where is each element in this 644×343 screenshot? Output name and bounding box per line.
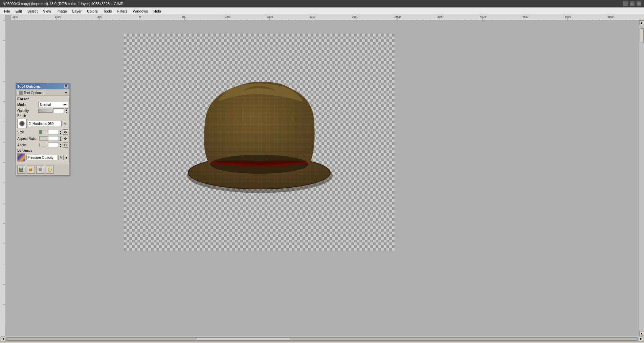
canvas-container[interactable] — [124, 34, 395, 251]
size-up[interactable]: ▲ — [59, 130, 62, 132]
vscroll-up-button[interactable]: ▲ — [639, 20, 644, 25]
menu-view[interactable]: View — [40, 8, 54, 14]
brush-edit-button[interactable]: ✎ — [63, 121, 68, 126]
panel-titlebar[interactable]: Tool Options ✕ — [16, 83, 69, 89]
size-slider[interactable] — [39, 130, 48, 134]
size-down[interactable]: ▼ — [59, 132, 62, 135]
panel-tab[interactable]: Tool Options — [17, 90, 45, 95]
vscroll-thumb[interactable] — [640, 28, 644, 42]
dynamics-edit-button[interactable]: ✎ — [58, 155, 64, 160]
ruler-top — [11, 15, 644, 20]
section-title: Eraser — [17, 97, 68, 101]
panel-close-button[interactable]: ✕ — [64, 84, 68, 88]
svg-rect-19 — [39, 169, 42, 171]
svg-marker-22 — [51, 169, 52, 170]
brush-circle — [19, 121, 25, 127]
opacity-slider-track[interactable] — [38, 109, 52, 113]
ruler-left — [0, 20, 5, 336]
angle-spinner[interactable]: ▲ ▼ — [59, 143, 62, 147]
hscroll-track[interactable] — [6, 337, 638, 341]
close-button[interactable]: ✕ — [637, 1, 641, 6]
restore-icon — [28, 167, 33, 172]
menu-file[interactable]: File — [1, 8, 13, 14]
horizontal-scrollbar[interactable]: ◀ ▶ — [0, 336, 644, 341]
angle-slider[interactable] — [39, 143, 48, 147]
panel-footer — [16, 164, 69, 175]
angle-row: Angle -1.00 ▲ ▼ ⚙ — [17, 142, 68, 148]
dynamics-expand[interactable]: ▼ — [65, 156, 68, 159]
ruler-left-canvas — [0, 20, 5, 325]
titlebar-title: *(9600040 copy) (imported)-13.0 (RGB col… — [3, 2, 123, 6]
aspect-ratio-slider[interactable] — [39, 136, 48, 141]
brush-name[interactable]: 2. Hardness 050 — [28, 121, 62, 126]
hat-svg — [175, 54, 344, 207]
menu-help[interactable]: Help — [151, 8, 164, 14]
restore-preset-button[interactable] — [27, 166, 35, 174]
dynamics-icon[interactable] — [17, 153, 25, 162]
size-edit-button[interactable]: ⚙ — [63, 129, 68, 135]
save-preset-button[interactable] — [17, 166, 25, 174]
hscroll-right-button[interactable]: ▶ — [639, 337, 643, 341]
ar-down[interactable]: ▼ — [59, 139, 62, 141]
brush-preview[interactable] — [17, 119, 27, 128]
size-spinner[interactable]: ▲ ▼ — [59, 130, 62, 134]
size-label: Size — [17, 130, 39, 134]
opacity-row: Opacity 100.0 ▲ ▼ — [17, 108, 68, 113]
svg-rect-15 — [20, 168, 22, 169]
opacity-spinner[interactable]: ▲ ▼ — [65, 108, 68, 113]
reset-button[interactable] — [46, 166, 54, 174]
opacity-down[interactable]: ▼ — [65, 111, 68, 113]
panel-tab-arrow[interactable]: ▼ — [63, 90, 69, 95]
mode-label: Mode: — [17, 103, 38, 107]
aspect-ratio-spinner[interactable]: ▲ ▼ — [59, 136, 62, 141]
svg-point-13 — [210, 155, 308, 174]
menu-layer[interactable]: Layer — [70, 8, 85, 14]
ruler-corner — [0, 15, 5, 20]
delete-preset-button[interactable] — [36, 166, 44, 174]
mode-select[interactable]: Normal — [38, 102, 68, 107]
aspect-ratio-row: Aspect Ratio 0.70 ▲ ▼ ⚙ — [17, 136, 68, 141]
opacity-value[interactable]: 100.0 — [53, 108, 64, 113]
hscroll-left-button[interactable]: ◀ — [1, 337, 5, 341]
delete-icon — [38, 167, 43, 172]
dynamics-name[interactable]: Pressure Opacity — [26, 155, 57, 160]
aspect-ratio-value[interactable]: 0.70 — [48, 136, 59, 141]
angle-edit-button[interactable]: ⚙ — [63, 142, 68, 148]
dynamics-row: Dynamics — [17, 149, 68, 152]
maximize-button[interactable]: □ — [630, 1, 635, 6]
reset-icon — [47, 167, 52, 172]
brush-row: Brush — [17, 114, 68, 118]
vertical-scrollbar[interactable]: ▲ ▼ — [639, 20, 644, 336]
menu-select[interactable]: Select — [25, 8, 41, 14]
brush-selector-row: 2. Hardness 050 ✎ — [17, 119, 68, 128]
ar-up[interactable]: ▲ — [59, 136, 62, 139]
angle-up[interactable]: ▲ — [59, 143, 62, 145]
menu-image[interactable]: Image — [54, 8, 70, 14]
opacity-up[interactable]: ▲ — [65, 109, 68, 111]
angle-label: Angle — [17, 143, 39, 147]
svg-rect-16 — [20, 170, 23, 171]
titlebar-controls: _ □ ✕ — [623, 1, 641, 6]
menu-windows[interactable]: Windows — [130, 8, 151, 14]
hat-image — [175, 54, 344, 207]
menubar: File Edit Select View Image Layer Colors… — [0, 7, 644, 15]
menu-filters[interactable]: Filters — [115, 8, 130, 14]
minimize-button[interactable]: _ — [623, 1, 628, 6]
brush-label: Brush — [17, 114, 38, 118]
save-icon — [19, 167, 24, 172]
dynamics-label: Dynamics — [17, 149, 39, 152]
hscroll-thumb[interactable] — [196, 338, 291, 340]
ruler-top-canvas — [11, 15, 644, 20]
menu-colors[interactable]: Colors — [84, 8, 101, 14]
angle-down[interactable]: ▼ — [59, 145, 62, 148]
size-value[interactable]: 8.09 — [48, 130, 59, 134]
panel-tab-bar: Tool Options ▼ — [16, 89, 69, 95]
menu-tools[interactable]: Tools — [101, 8, 115, 14]
ar-edit-button[interactable]: ⚙ — [63, 136, 68, 141]
panel-title: Tool Options — [17, 84, 40, 88]
angle-value[interactable]: -1.00 — [48, 143, 59, 147]
menu-edit[interactable]: Edit — [13, 8, 25, 14]
vscroll-down-button[interactable]: ▼ — [639, 331, 644, 336]
svg-marker-18 — [31, 168, 33, 169]
panel-tab-label: Tool Options — [24, 91, 43, 95]
